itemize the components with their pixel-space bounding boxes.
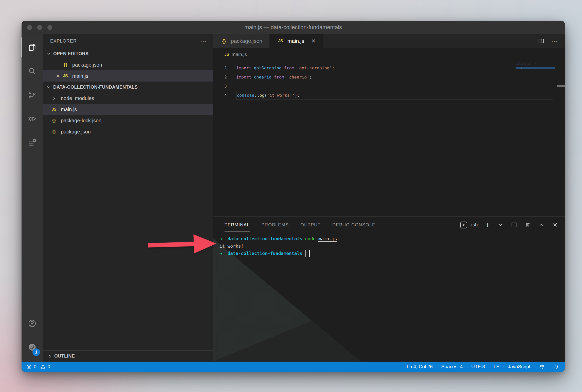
activity-search[interactable] — [22, 59, 43, 83]
tab-label: package.json — [231, 38, 262, 44]
sidebar-title: EXPLORER — [50, 38, 77, 44]
json-icon: {} — [220, 38, 228, 44]
bell-icon[interactable] — [553, 364, 559, 370]
status-indentation[interactable]: Spaces: 4 — [441, 364, 463, 369]
open-editor-main.js[interactable]: ✕JS main.js — [43, 70, 213, 82]
code-line-4[interactable]: 4 console.log('it works!'); — [213, 91, 565, 100]
zoom-window-button[interactable] — [47, 25, 52, 30]
status-bar: 0 0 Ln 4, Col 26Spaces: 4UTF-8LFJavaScri… — [22, 362, 565, 372]
line-number: 2 — [213, 75, 227, 80]
vscode-window: main.js — data-collection-fundamentals 1… — [22, 21, 565, 372]
warning-icon — [40, 364, 46, 370]
breadcrumb-file: main.js — [232, 52, 247, 57]
panel-tab-terminal[interactable]: TERMINAL — [225, 217, 250, 233]
maximize-panel-icon[interactable] — [538, 222, 544, 228]
status-eol[interactable]: LF — [494, 364, 499, 369]
activity-explorer[interactable] — [22, 35, 43, 59]
folder-section-header[interactable]: DATA-COLLECTION-FUNDAMENTALS — [43, 82, 213, 93]
js-icon: JS — [50, 107, 58, 112]
line-number: 3 — [213, 84, 227, 89]
terminal-line: → data-collection-fundamentals — [220, 250, 565, 257]
editor-tab-bar: {}package.json JSmain.js ✕ ⋯ — [213, 34, 565, 48]
file-label: package.json — [72, 62, 102, 68]
more-editor-actions-icon[interactable]: ⋯ — [551, 40, 558, 42]
json-icon: {} — [50, 118, 58, 123]
activity-accounts[interactable] — [22, 311, 43, 335]
terminal-output[interactable]: → data-collection-fundamentals node main… — [213, 233, 565, 257]
minimize-window-button[interactable] — [37, 25, 42, 30]
split-editor-icon[interactable] — [538, 38, 544, 44]
close-tab-icon[interactable]: ✕ — [311, 38, 316, 44]
close-window-button[interactable] — [27, 25, 32, 30]
file-label: node_modules — [61, 95, 94, 101]
line-number: 1 — [213, 66, 227, 70]
chevron-right-icon — [50, 96, 58, 101]
feedback-icon[interactable] — [539, 364, 545, 370]
minimap[interactable]: import gotScraping from 'got-scraping';i… — [516, 62, 555, 69]
breadcrumb[interactable]: JS main.js — [213, 48, 565, 61]
split-terminal-icon[interactable] — [511, 222, 517, 228]
code-line-2[interactable]: 2 import cheerio from 'cheerio'; — [213, 72, 565, 82]
tree-item-package.json[interactable]: {}package.json — [43, 126, 213, 137]
editor-tab-package.json[interactable]: {}package.json — [213, 34, 270, 48]
kill-terminal-trash-icon[interactable] — [525, 222, 531, 228]
error-icon — [26, 364, 32, 370]
panel-tab-problems[interactable]: PROBLEMS — [261, 217, 289, 233]
file-label: package-lock.json — [61, 118, 101, 124]
tree-item-main.js[interactable]: JSmain.js — [43, 104, 213, 115]
js-icon: JS — [62, 74, 69, 78]
close-panel-icon[interactable] — [552, 222, 558, 228]
open-editor-package.json[interactable]: {} package.json — [43, 59, 213, 70]
line-number: 4 — [213, 93, 227, 98]
activity-settings[interactable]: 1 — [22, 335, 43, 359]
panel-tab-output[interactable]: OUTPUT — [300, 217, 321, 233]
terminal-line: it works! — [220, 242, 565, 250]
code-editor[interactable]: 1 import gotScraping from 'got-scraping'… — [213, 61, 565, 217]
tab-label: main.js — [287, 38, 304, 44]
panel-tab-debug-console[interactable]: DEBUG CONSOLE — [332, 217, 375, 233]
new-terminal-icon[interactable]: + — [485, 222, 490, 228]
js-icon: JS — [224, 52, 229, 57]
launch-profile-chevron-icon[interactable] — [497, 222, 503, 228]
outline-section-header[interactable]: OUTLINE — [43, 350, 213, 362]
json-icon: {} — [50, 129, 58, 134]
chevron-right-icon — [47, 354, 52, 359]
terminal-panel: TERMINALPROBLEMSOUTPUTDEBUG CONSOLE > zs… — [213, 217, 565, 362]
terminal-line: → data-collection-fundamentals node main… — [220, 235, 565, 242]
terminal-icon: > — [460, 222, 467, 228]
more-actions-icon[interactable]: ⋯ — [200, 40, 207, 42]
tree-item-node_modules[interactable]: node_modules — [43, 93, 213, 104]
file-label: package.json — [61, 129, 91, 135]
activity-run-debug[interactable] — [22, 107, 43, 131]
status-encoding[interactable]: UTF-8 — [471, 364, 485, 369]
overview-ruler-mark — [557, 85, 565, 87]
open-editors-section-header[interactable]: OPEN EDITORS — [43, 48, 213, 59]
traffic-lights — [27, 25, 52, 30]
settings-badge: 1 — [32, 348, 40, 356]
status-cursor-position[interactable]: Ln 4, Col 26 — [407, 364, 432, 369]
activity-bar: 1 — [22, 34, 43, 362]
activity-extensions[interactable] — [22, 131, 43, 154]
title-bar[interactable]: main.js — data-collection-fundamentals — [22, 21, 565, 34]
code-line-3[interactable]: 3 — [213, 82, 565, 91]
window-title: main.js — data-collection-fundamentals — [244, 24, 342, 31]
activity-source-control[interactable] — [22, 83, 43, 107]
errors-count[interactable]: 0 — [26, 364, 37, 370]
close-icon: ✕ — [54, 73, 62, 79]
json-icon: {} — [62, 62, 69, 68]
file-label: main.js — [61, 107, 77, 112]
status-language-mode[interactable]: JavaScript — [508, 364, 530, 369]
chevron-down-icon — [46, 85, 51, 90]
tree-item-package-lock.json[interactable]: {}package-lock.json — [43, 115, 213, 126]
chevron-down-icon — [46, 51, 51, 56]
code-line-1[interactable]: 1 import gotScraping from 'got-scraping'… — [213, 63, 565, 72]
terminal-cursor — [305, 250, 310, 257]
file-label: main.js — [72, 73, 88, 79]
shell-selector[interactable]: > zsh — [460, 222, 478, 228]
warnings-count[interactable]: 0 — [40, 364, 50, 370]
explorer-sidebar: EXPLORER ⋯ OPEN EDITORS {} package.json … — [43, 34, 213, 362]
editor-tab-main.js[interactable]: JSmain.js ✕ — [270, 34, 323, 48]
js-icon: JS — [277, 39, 284, 43]
